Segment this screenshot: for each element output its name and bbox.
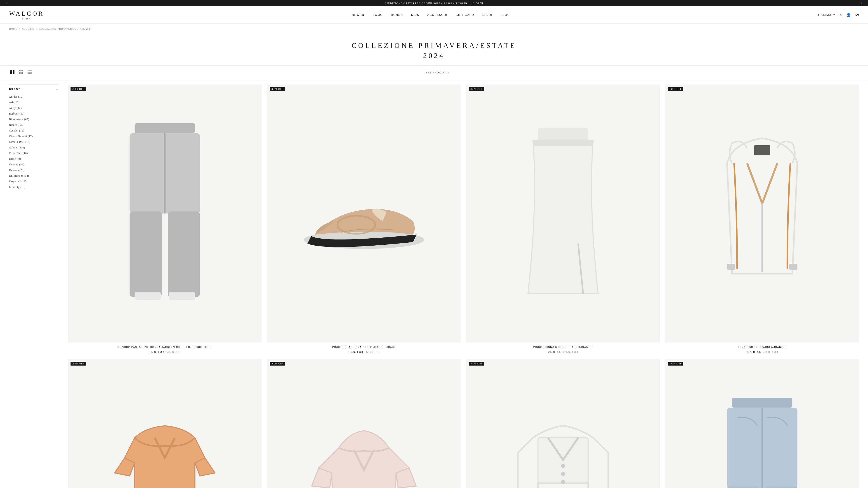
product-pricing: 107,00 EUR 265,00 EUR <box>665 350 859 354</box>
banner-prev-button[interactable]: ‹ <box>4 0 9 6</box>
product-image <box>694 398 830 488</box>
nav-item-blog[interactable]: BLOG <box>501 13 510 17</box>
search-icon[interactable]: ⌕ <box>839 13 842 17</box>
list-item[interactable]: Coral Blue (10) <box>9 151 59 156</box>
svg-rect-14 <box>28 72 32 72</box>
nav-item-saldi[interactable]: SALDI <box>483 13 493 17</box>
svg-rect-7 <box>19 72 20 73</box>
product-card[interactable]: -60% OFF PINKO GONNA RIDERS SPACCO-BIANC… <box>466 85 660 354</box>
product-name: DONDUP PANTALONE DONNA JACKLYN GIOIELLO-… <box>68 345 261 349</box>
nav-item-donna[interactable]: DONNA <box>391 13 403 17</box>
svg-rect-6 <box>22 70 23 71</box>
account-icon[interactable]: 👤 <box>846 13 851 17</box>
product-card[interactable]: -50% OFF DONDUP PANTALONE DONNA JACKLYN … <box>68 85 261 354</box>
brand-filter-header[interactable]: BRAND − <box>9 85 59 94</box>
product-image <box>694 123 830 304</box>
list-item[interactable]: Barbour (39) <box>9 111 59 117</box>
svg-rect-3 <box>13 72 14 74</box>
breadcrumb-home[interactable]: HOME <box>9 27 17 30</box>
list-item[interactable]: Ash (16) <box>9 100 59 105</box>
breadcrumb-sep-2: / <box>36 27 37 30</box>
list-item[interactable]: Dr. Martens (14) <box>9 173 59 179</box>
breadcrumb-negozio[interactable]: NEGOZIO <box>22 27 34 30</box>
svg-rect-13 <box>28 70 32 71</box>
grid-medium-icon <box>19 70 23 74</box>
nav-item-uomo[interactable]: UOMO <box>373 13 383 17</box>
product-image <box>296 398 432 488</box>
header-actions: ITALIANO ▾ ⌕ 👤 🛍 <box>818 13 859 17</box>
list-item[interactable]: Doucals (28) <box>9 167 59 173</box>
list-item[interactable]: Casadei (12) <box>9 128 59 133</box>
nav-item-accessori[interactable]: ACCESSORI <box>428 13 447 17</box>
list-item[interactable]: Colmar (113) <box>9 145 59 151</box>
product-grid: -50% OFF DONDUP PANTALONE DONNA JACKLYN … <box>68 85 859 488</box>
product-image <box>495 123 631 304</box>
discount-badge: -60% OFF <box>668 87 683 91</box>
breadcrumb-sep-1: / <box>19 27 20 30</box>
svg-rect-31 <box>754 145 770 155</box>
main-content: BRAND − Adidas (10) Ash (16) Autry (12) … <box>0 85 868 488</box>
product-image-wrap: -60% OFF <box>68 359 261 488</box>
site-header: WALCOR ROMA NEW IN UOMO DONNA KIDS ACCES… <box>0 6 868 24</box>
list-item[interactable]: Adidas (10) <box>9 94 59 100</box>
logo-subtitle: ROMA <box>22 18 31 20</box>
page-title-line2: 2024 <box>423 52 445 60</box>
view-list-button[interactable] <box>26 69 33 76</box>
discount-badge: -60% OFF <box>270 362 285 365</box>
product-card[interactable]: -60% OFF <box>665 85 859 354</box>
svg-rect-39 <box>727 486 759 488</box>
product-card[interactable]: -60% OFF PRODOTTO 7 95,00 <box>466 359 660 488</box>
list-item[interactable]: Eleventy (13) <box>9 184 59 190</box>
svg-rect-12 <box>22 73 23 74</box>
discount-badge: -60% OFF <box>668 362 683 365</box>
breadcrumb: HOME / NEGOZIO / COLLEZIONE PRIMAVERA/ES… <box>0 24 868 34</box>
page-title-line1: COLLEZIONE PRIMAVERA/ESTATE <box>351 41 516 50</box>
product-image-wrap: -60% OFF <box>267 85 461 343</box>
discount-badge: -60% OFF <box>469 362 484 365</box>
svg-rect-16 <box>134 123 195 133</box>
svg-rect-20 <box>168 212 200 297</box>
list-item[interactable]: Autry (12) <box>9 105 59 111</box>
discount-badge: -60% OFF <box>70 362 86 365</box>
price-current: 104,00 EUR <box>348 350 363 354</box>
list-item[interactable]: Ciesse Piumini (17) <box>9 133 59 139</box>
list-item[interactable]: Dondup (53) <box>9 162 59 167</box>
product-card[interactable]: -60% OFF PRODOTTO 6 72,00 EUR <box>267 359 461 488</box>
language-selector[interactable]: ITALIANO ▾ <box>818 13 835 17</box>
list-item[interactable]: Circolo 1901 (18) <box>9 139 59 145</box>
svg-rect-9 <box>22 72 23 73</box>
view-large-button[interactable] <box>9 69 16 76</box>
price-current: 117,00 EUR <box>149 350 164 354</box>
view-medium-button[interactable] <box>18 69 24 76</box>
logo-area[interactable]: WALCOR ROMA <box>9 10 44 20</box>
main-nav: NEW IN UOMO DONNA KIDS ACCESSORI GIFT CA… <box>352 13 510 17</box>
svg-rect-0 <box>10 70 12 72</box>
svg-point-33 <box>561 464 565 468</box>
svg-rect-22 <box>168 292 195 300</box>
nav-item-kids[interactable]: KIDS <box>411 13 419 17</box>
price-original: 265,00 EUR <box>763 350 778 354</box>
discount-badge: -50% OFF <box>70 87 86 91</box>
product-pricing: 91,00 EUR 225,00 EUR <box>466 350 660 354</box>
discount-badge: -60% OFF <box>469 87 484 91</box>
product-card[interactable]: -60% OFF <box>267 85 461 354</box>
list-item[interactable]: Dsquared2 (35) <box>9 179 59 184</box>
product-name: PINKO GILET DRACULA-BIANCO <box>665 345 859 349</box>
list-item[interactable]: Blauer (23) <box>9 122 59 128</box>
language-label: ITALIANO <box>818 13 833 17</box>
product-image-wrap: -60% OFF <box>665 85 859 343</box>
nav-item-new-in[interactable]: NEW IN <box>352 13 364 17</box>
price-original: 225,00 EUR <box>563 350 578 354</box>
product-card[interactable]: -60% OFF PRODOTTO <box>665 359 859 488</box>
nav-item-gift-card[interactable]: GIFT CARD <box>456 13 474 17</box>
product-image <box>495 398 631 488</box>
product-card[interactable]: -60% OFF PRODOTTO 5 85,00 EUR <box>68 359 261 488</box>
list-item[interactable]: Diesel (8) <box>9 156 59 162</box>
svg-rect-10 <box>19 73 20 74</box>
product-pricing: 117,00 EUR 233,00 EUR <box>68 350 261 354</box>
svg-rect-15 <box>28 73 32 74</box>
banner-next-button[interactable]: › <box>859 0 864 6</box>
list-item[interactable]: Birkenstock (65) <box>9 117 59 122</box>
cart-icon[interactable]: 🛍 <box>855 13 859 17</box>
language-chevron-icon: ▾ <box>833 13 835 17</box>
